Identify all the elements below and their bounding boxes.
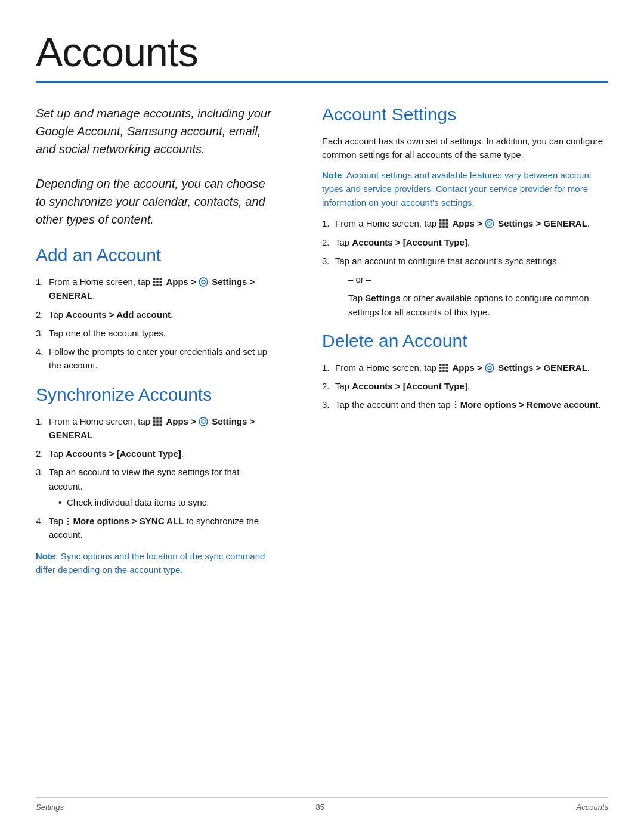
svg-point-32	[67, 524, 69, 525]
svg-rect-39	[439, 226, 442, 228]
main-content: Accounts Set up and manage accounts, inc…	[36, 29, 608, 584]
svg-rect-19	[156, 420, 159, 423]
svg-rect-49	[442, 364, 445, 366]
svg-rect-53	[446, 367, 448, 369]
svg-rect-20	[160, 420, 162, 423]
or-divider: – or –	[348, 272, 608, 286]
svg-rect-48	[439, 364, 442, 366]
more-options-label: More options > SYNC ALL	[73, 516, 184, 526]
settings-icon	[199, 417, 208, 426]
step-number: 2.	[322, 236, 330, 249]
svg-rect-41	[446, 226, 448, 228]
svg-point-30	[67, 518, 69, 519]
account-settings-steps: 1. From a Home screen, tap Apps >	[322, 216, 608, 319]
svg-rect-7	[156, 284, 159, 287]
svg-point-43	[488, 222, 491, 225]
account-settings-note: Note: Account settings and available fea…	[322, 168, 608, 210]
svg-point-13	[199, 281, 200, 283]
svg-rect-34	[442, 219, 445, 222]
tap-label: Accounts > [Account Type]	[352, 381, 467, 391]
step-number: 3.	[322, 254, 330, 268]
footer-right: Accounts	[577, 803, 608, 812]
intro-text-1: Set up and manage accounts, including yo…	[36, 104, 275, 158]
settings-label: Settings	[365, 293, 400, 303]
content-columns: Set up and manage accounts, including yo…	[36, 104, 608, 584]
note-label: Note	[36, 551, 55, 561]
settings-general-label: Settings > GENERAL	[498, 363, 587, 373]
step-number: 1.	[36, 414, 44, 428]
list-item: 3. Tap an account to configure that acco…	[322, 254, 608, 319]
more-options-label: More options >	[460, 400, 524, 410]
tap-label: Accounts > Add account	[66, 309, 171, 320]
svg-rect-33	[439, 219, 442, 222]
account-settings-title: Account Settings	[322, 104, 608, 125]
add-account-steps: 1. From a Home screen, tap Apps >	[36, 275, 275, 373]
svg-point-28	[199, 421, 200, 422]
sync-note: Note: Sync options and the location of t…	[36, 549, 275, 577]
tap-label: Accounts > [Account Type]	[352, 237, 467, 247]
sync-accounts-steps: 1. From a Home screen, tap Apps >	[36, 414, 275, 542]
list-item: 4. Follow the prompts to enter your cred…	[36, 345, 275, 373]
svg-point-12	[203, 286, 204, 287]
svg-point-11	[203, 278, 204, 279]
step-number: 1.	[322, 216, 330, 230]
svg-rect-5	[160, 281, 162, 283]
svg-rect-50	[446, 364, 448, 366]
svg-point-44	[489, 219, 490, 221]
svg-rect-21	[153, 423, 156, 426]
right-column: Account Settings Each account has its ow…	[322, 104, 608, 419]
svg-point-59	[489, 363, 490, 364]
list-item: 2. Tap Accounts > [Account Type].	[322, 236, 608, 249]
svg-point-24	[199, 417, 208, 426]
more-options-icon	[454, 401, 457, 409]
svg-rect-4	[156, 281, 159, 283]
left-column: Set up and manage accounts, including yo…	[36, 104, 299, 584]
step-number: 4.	[36, 514, 44, 528]
svg-point-47	[493, 223, 494, 224]
footer-left: Settings	[36, 803, 64, 812]
step-number: 3.	[36, 326, 44, 340]
step-number: 2.	[36, 447, 44, 460]
svg-point-27	[203, 425, 204, 426]
list-item: 1. From a Home screen, tap Apps >	[36, 414, 275, 442]
settings-general-label: Settings > GENERAL	[49, 416, 255, 440]
svg-rect-0	[153, 278, 156, 280]
step-number: 4.	[36, 345, 44, 358]
svg-rect-40	[442, 226, 445, 228]
list-item: 4. Tap More options > SYNC ALL to synchr…	[36, 514, 275, 542]
list-item: 3. Tap the account and then tap More opt…	[322, 398, 608, 411]
step-number: 1.	[36, 275, 44, 289]
svg-point-31	[67, 521, 69, 522]
step-number: 1.	[322, 361, 330, 374]
list-item: 1. From a Home screen, tap Apps >	[322, 361, 608, 374]
svg-rect-38	[446, 223, 448, 225]
svg-point-9	[199, 278, 208, 286]
apps-label: Apps >	[166, 277, 196, 287]
tap-label: Accounts > [Account Type]	[66, 448, 181, 459]
bullet-list: Check individual data items to sync.	[58, 496, 275, 509]
svg-point-57	[485, 364, 494, 372]
list-item: 3. Tap an account to view the sync setti…	[36, 465, 275, 509]
add-account-title: Add an Account	[36, 245, 275, 265]
step-number: 2.	[36, 308, 44, 321]
apps-icon	[439, 363, 448, 373]
list-item: 2. Tap Accounts > [Account Type].	[36, 447, 275, 460]
svg-rect-52	[442, 367, 445, 369]
apps-icon	[153, 277, 162, 287]
svg-point-45	[489, 227, 490, 228]
svg-rect-51	[439, 367, 442, 369]
svg-point-14	[207, 281, 208, 283]
synchronize-accounts-title: Synchronize Accounts	[36, 385, 275, 405]
svg-rect-54	[439, 370, 442, 372]
svg-rect-36	[439, 223, 442, 225]
delete-account-steps: 1. From a Home screen, tap Apps >	[322, 361, 608, 412]
apps-label: Apps >	[166, 416, 196, 426]
list-item: 3. Tap one of the account types.	[36, 326, 275, 340]
svg-rect-1	[156, 278, 159, 280]
list-item: 2. Tap Accounts > [Account Type].	[322, 379, 608, 393]
svg-rect-3	[153, 281, 156, 283]
svg-point-25	[202, 420, 205, 423]
account-settings-intro: Each account has its own set of settings…	[322, 134, 608, 162]
title-divider	[36, 81, 608, 83]
svg-point-29	[207, 421, 208, 422]
